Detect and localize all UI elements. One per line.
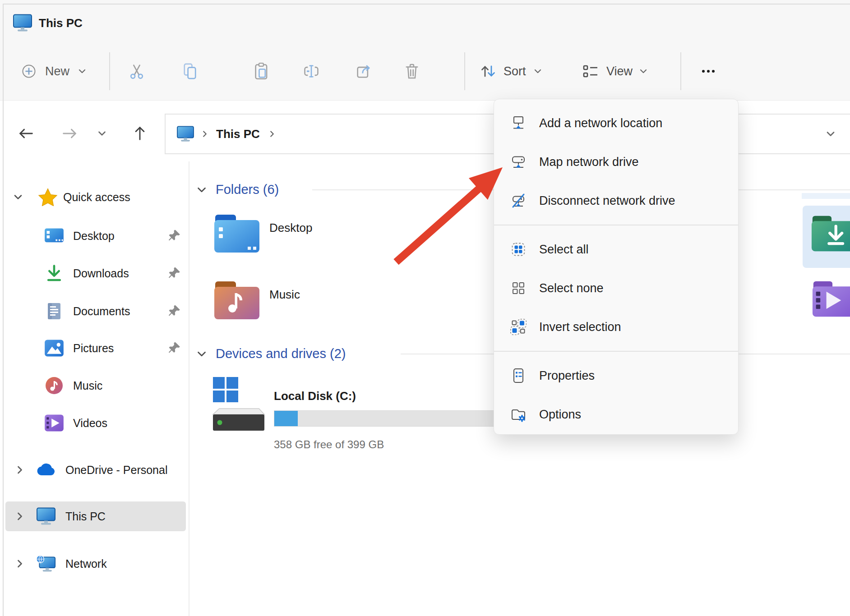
sidebar-item-label: OneDrive - Personal [65,464,167,477]
menu-item-options[interactable]: Options [494,395,738,434]
view-button-label: View [606,64,633,78]
collapse-group-icon[interactable] [195,183,208,197]
new-button[interactable]: New [21,54,100,88]
videos-icon [44,414,64,432]
sidebar-item-downloads[interactable]: Downloads [0,257,189,289]
share-button[interactable] [349,57,378,86]
window-title: This PC [39,16,83,30]
cut-button[interactable] [122,57,151,86]
paste-button[interactable] [247,57,276,86]
up-button[interactable] [130,124,150,143]
chevron-right-icon[interactable] [14,464,26,476]
downloads-icon [44,264,64,282]
desktop-icon [44,227,64,245]
sidebar-item-onedrive-personal[interactable]: OneDrive - Personal [0,454,189,486]
up-arrow-icon [131,124,149,143]
share-icon [355,62,373,80]
group-header-devices[interactable]: Devices and drives (2) [216,346,346,361]
menu-item-label: Select none [539,281,604,295]
pictures-icon [44,339,64,357]
hard-drive-icon [212,376,266,434]
sidebar-item-quick-access[interactable]: Quick access [0,181,189,213]
forward-button[interactable] [60,124,79,143]
sidebar-item-label: Network [65,557,107,570]
drive-capacity-bar-fill [274,411,298,426]
breadcrumb-location[interactable]: This PC [216,127,260,141]
this-pc-icon [36,507,56,525]
recent-locations-button[interactable] [94,124,110,143]
forward-arrow-icon [60,124,79,143]
view-button[interactable]: View [581,54,667,88]
pin-icon [168,229,181,243]
chevron-down-icon[interactable] [12,191,24,203]
group-header-folders[interactable]: Folders (6) [216,182,279,197]
chevron-down-icon [638,66,649,77]
menu-item-disconnect-network-drive[interactable]: Disconnect network drive [494,181,738,220]
this-pc-icon [13,14,32,32]
new-button-label: New [45,64,69,78]
documents-icon [44,302,64,320]
menu-item-label: Properties [539,369,595,383]
sort-arrows-icon [479,62,497,80]
sidebar-item-pictures[interactable]: Pictures [0,332,189,364]
folder-tile-videos[interactable] [812,279,850,319]
back-button[interactable] [16,124,36,143]
chevron-down-icon [96,128,108,139]
delete-icon [403,62,421,80]
chevron-right-icon[interactable] [14,510,26,523]
see-more-button[interactable] [694,57,723,86]
sidebar-item-this-pc[interactable]: This PC [0,501,189,532]
sidebar-item-documents[interactable]: Documents [0,295,189,327]
copy-icon [181,62,199,80]
select-none-icon [510,280,527,296]
chevron-right-icon [200,129,210,139]
tile-label: Music [269,288,300,302]
menu-item-select-all[interactable]: Select all [494,230,738,269]
copy-button[interactable] [176,57,204,86]
menu-item-add-a-network-location[interactable]: Add a network location [494,104,738,143]
folder-tile-music[interactable]: Music [212,278,402,327]
star-icon [38,188,58,206]
folder-tile-downloads[interactable] [811,214,850,253]
downloads-folder-icon [811,214,850,253]
sidebar-item-label: This PC [65,510,106,523]
drive-capacity-caption: 358 GB free of 399 GB [274,438,384,451]
drive-capacity-bar [274,410,503,427]
delete-button[interactable] [397,57,426,86]
address-dropdown-chevron-icon[interactable] [824,128,837,140]
sort-button[interactable]: Sort [479,54,559,88]
this-pc-icon [176,126,194,142]
menu-separator [494,220,738,230]
music-folder-icon [213,279,260,321]
rename-button[interactable] [297,57,326,86]
pin-icon [168,304,181,318]
pin-icon [168,267,181,280]
pin-icon [168,341,181,355]
map-network-drive-icon [510,154,527,170]
menu-item-map-network-drive[interactable]: Map network drive [494,143,738,181]
navigation-pane: Quick accessDesktopDownloadsDocumentsPic… [0,161,189,616]
menu-item-invert-selection[interactable]: Invert selection [494,308,738,346]
menu-item-select-none[interactable]: Select none [494,269,738,308]
menu-item-properties[interactable]: Properties [494,356,738,395]
tile-label: Desktop [269,221,312,235]
collapse-group-icon[interactable] [195,347,208,361]
paste-icon [253,62,271,80]
toolbar-divider [464,52,465,90]
sidebar-item-label: Documents [73,305,130,318]
folder-tile-desktop[interactable]: Desktop [212,211,402,261]
toolbar-divider [680,52,681,90]
chevron-right-icon[interactable] [14,557,26,570]
sidebar-item-label: Pictures [73,342,114,355]
menu-separator [494,346,738,356]
pane-divider[interactable] [189,161,189,616]
plus-circle-icon [21,63,37,79]
sidebar-item-network[interactable]: Network [0,548,189,579]
sidebar-item-music[interactable]: Music [0,370,189,401]
sidebar-item-videos[interactable]: Videos [0,407,189,439]
select-all-icon [510,241,527,257]
file-explorer-window: This PC New Sort View This PC [0,0,850,616]
cut-icon [128,62,146,80]
chevron-down-icon [77,66,88,77]
sidebar-item-desktop[interactable]: Desktop [0,220,189,252]
